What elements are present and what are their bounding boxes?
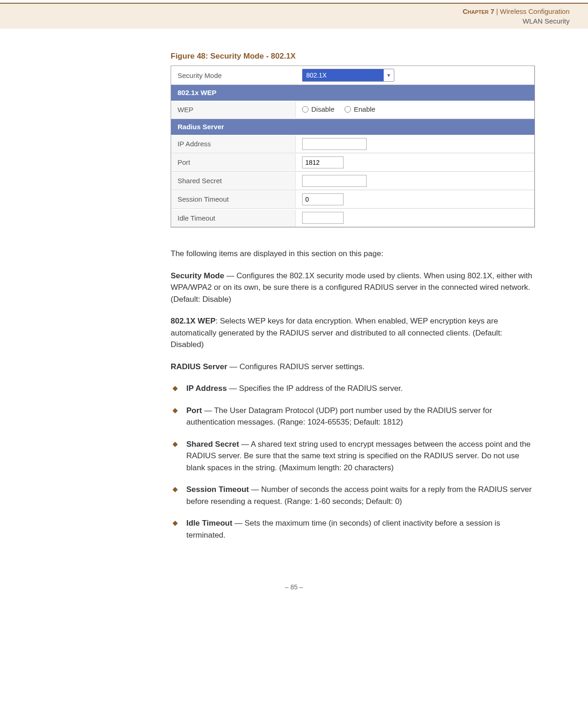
security-mode-value: 802.1X <box>303 69 384 81</box>
breadcrumb: Wireless Configuration <box>500 7 570 15</box>
wep-enable-radio[interactable]: Enable <box>344 105 375 113</box>
page-number: – 85 – <box>0 569 588 600</box>
list-item: Session Timeout — Number of seconds the … <box>186 484 537 507</box>
idle-input[interactable] <box>302 212 344 224</box>
chapter-label: Chapter 7 <box>463 7 494 15</box>
session-label: Session Timeout <box>171 191 296 208</box>
wep-disable-text: Disable <box>311 105 334 113</box>
page-content: Figure 48: Security Mode - 802.1X Securi… <box>0 29 588 569</box>
para-8021x-wep: 802.1X WEP: Selects WEP keys for data en… <box>171 315 537 351</box>
port-input[interactable] <box>302 156 344 168</box>
ip-label: IP Address <box>171 135 296 152</box>
wep-label: WEP <box>171 101 296 118</box>
wep-disable-radio[interactable]: Disable <box>302 105 334 113</box>
list-item: Shared Secret — A shared text string use… <box>186 438 537 474</box>
radius-list: IP Address — Specifies the IP address of… <box>171 383 537 541</box>
figure-caption: Figure 48: Security Mode - 802.1X <box>171 52 537 61</box>
desc-idle: — Sets the maximum time (in seconds) of … <box>186 519 500 539</box>
idle-label: Idle Timeout <box>171 210 296 227</box>
ip-input[interactable] <box>302 138 367 150</box>
wep-enable-text: Enable <box>354 105 375 113</box>
para-radius: RADIUS Server — Configures RADIUS server… <box>171 361 537 373</box>
term-ip: IP Address <box>186 384 227 393</box>
port-label: Port <box>171 154 296 171</box>
list-item: Port — The User Datagram Protocol (UDP) … <box>186 405 537 428</box>
config-panel: Security Mode 802.1X ▼ 802.1x WEP WEP Di… <box>171 66 535 228</box>
wep-field: Disable Enable <box>296 102 535 117</box>
desc-ip: — Specifies the IP address of the RADIUS… <box>227 384 403 393</box>
desc-port: — The User Datagram Protocol (UDP) port … <box>186 406 492 427</box>
row-port: Port <box>171 153 535 172</box>
secret-input[interactable] <box>302 175 367 187</box>
secret-label: Shared Secret <box>171 172 296 189</box>
chevron-down-icon: ▼ <box>384 72 394 78</box>
desc-security-mode: — Configures the 802.1X security mode us… <box>171 271 532 304</box>
intro-text: The following items are displayed in thi… <box>171 248 537 260</box>
row-security-mode: Security Mode 802.1X ▼ <box>171 66 535 85</box>
section-8021x-wep: 802.1x WEP <box>171 85 535 101</box>
term-security-mode: Security Mode <box>171 271 224 280</box>
term-8021x-wep: 802.1X WEP <box>171 317 215 325</box>
row-idle: Idle Timeout <box>171 209 535 227</box>
header-sep: | <box>496 7 498 15</box>
header-sub: WLAN Security <box>0 16 570 26</box>
term-radius: RADIUS Server <box>171 362 227 371</box>
row-wep: WEP Disable Enable <box>171 101 535 119</box>
session-input[interactable] <box>302 193 344 205</box>
list-item: IP Address — Specifies the IP address of… <box>186 383 537 395</box>
row-ip: IP Address <box>171 135 535 153</box>
para-security-mode: Security Mode — Configures the 802.1X se… <box>171 270 537 306</box>
radio-icon <box>344 106 351 113</box>
page-header: Chapter 7 | Wireless Configuration WLAN … <box>0 4 588 29</box>
list-item: Idle Timeout — Sets the maximum time (in… <box>186 517 537 541</box>
section-radius: Radius Server <box>171 119 535 135</box>
security-mode-select[interactable]: 802.1X ▼ <box>302 69 394 82</box>
term-secret: Shared Secret <box>186 440 239 449</box>
desc-radius: — Configures RADIUS server settings. <box>227 362 365 371</box>
desc-8021x-wep: : Selects WEP keys for data encryption. … <box>171 317 502 349</box>
security-mode-label: Security Mode <box>171 67 296 84</box>
security-mode-field: 802.1X ▼ <box>296 66 535 84</box>
term-port: Port <box>186 406 202 415</box>
row-secret: Shared Secret <box>171 172 535 190</box>
radio-icon <box>302 106 309 113</box>
body-text: The following items are displayed in thi… <box>171 248 537 541</box>
term-session: Session Timeout <box>186 485 249 494</box>
row-session: Session Timeout <box>171 190 535 209</box>
term-idle: Idle Timeout <box>186 519 232 527</box>
